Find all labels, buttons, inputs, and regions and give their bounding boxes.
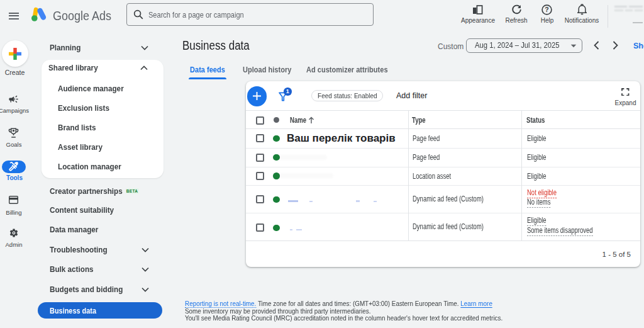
svg-text:?: ?	[545, 6, 548, 13]
